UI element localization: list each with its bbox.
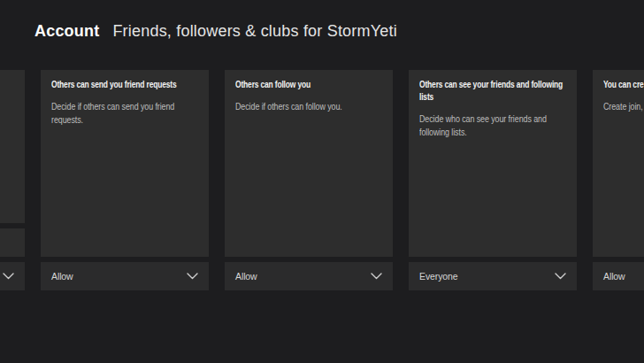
clubs-dropdown[interactable]: Allow: [593, 262, 644, 290]
card-description: Decide if others can follow you.: [235, 100, 382, 113]
card-title: Others can send you friend requests: [51, 79, 198, 91]
chevron-down-icon: [555, 273, 566, 280]
follow-you-dropdown[interactable]: Allow: [225, 262, 393, 290]
card-description: Decide if others can send you friend req…: [51, 100, 198, 127]
card-body: You can cre Create join,: [593, 70, 644, 257]
setting-card-clubs: You can cre Create join, Allow: [593, 70, 644, 290]
chevron-down-icon: [3, 273, 14, 280]
card-body: ers.: [0, 70, 25, 223]
dropdown-value: Allow: [235, 271, 257, 282]
setting-card-friend-requests: Others can send you friend requests Deci…: [41, 70, 209, 290]
friends-lists-dropdown[interactable]: Everyone: [409, 262, 577, 290]
friend-requests-dropdown[interactable]: Allow: [41, 262, 209, 290]
breadcrumb-section: Account: [34, 22, 99, 41]
card-title: You can cre: [603, 79, 644, 91]
dropdown-value: Allow: [603, 271, 625, 282]
card-body: Others can send you friend requests Deci…: [41, 70, 209, 257]
chevron-down-icon: [187, 273, 198, 280]
settings-screen: Account Friends, followers & clubs for S…: [0, 0, 644, 363]
card-body: Others can see your friends and followin…: [409, 70, 577, 257]
settings-cards-row: ers. Others can send you friend requests…: [0, 70, 644, 290]
dropdown-value: Everyone: [419, 271, 458, 282]
partial-setting-row[interactable]: [0, 228, 25, 257]
chevron-down-icon: [371, 273, 382, 280]
page-header: Account Friends, followers & clubs for S…: [34, 22, 397, 41]
setting-card-friends-lists: Others can see your friends and followin…: [409, 70, 577, 290]
card-body: Others can follow you Decide if others c…: [225, 70, 393, 257]
card-title: Others can see your friends and followin…: [419, 79, 566, 104]
setting-card-follow-you: Others can follow you Decide if others c…: [225, 70, 393, 290]
setting-card-partial-left: ers.: [0, 70, 25, 290]
card-description-fragment: ers.: [0, 123, 3, 136]
card-description: Create join,: [603, 100, 644, 113]
card-title: Others can follow you: [235, 79, 382, 91]
partial-left-dropdown[interactable]: [0, 262, 25, 290]
card-description: Decide who can see your friends and foll…: [419, 112, 566, 139]
dropdown-value: Allow: [51, 271, 73, 282]
page-title: Friends, followers & clubs for StormYeti: [112, 22, 396, 41]
